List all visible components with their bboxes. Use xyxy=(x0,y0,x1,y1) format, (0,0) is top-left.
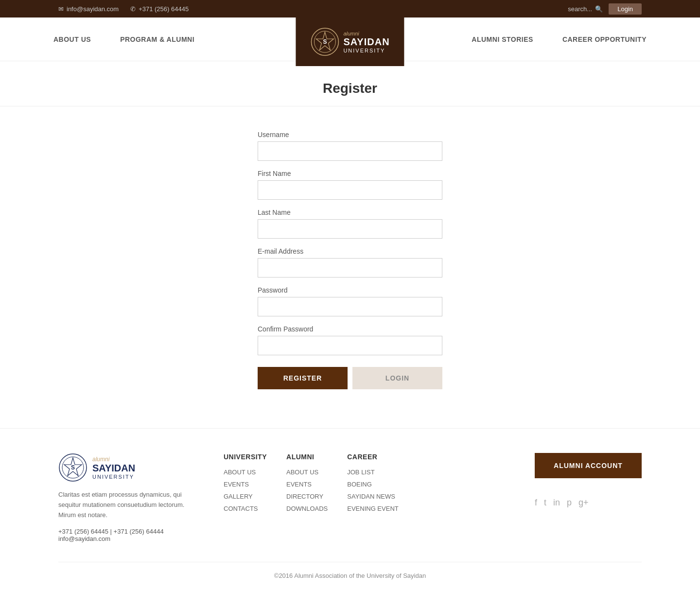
footer-phone: +371 (256) 64445 | +371 (256) 64444 info… xyxy=(58,528,194,542)
footer-logo-icon: S xyxy=(58,453,88,482)
nav-bar: ABOUT US PROGRAM & ALUMNI S alumni SAYID… xyxy=(0,17,700,61)
footer-alumni-downloads[interactable]: DOWNLOADS xyxy=(286,505,328,512)
first-name-input[interactable] xyxy=(258,180,442,200)
footer-career-boeing[interactable]: BOEING xyxy=(347,481,398,488)
footer-description: Claritas est etiam processus dynamicus, … xyxy=(58,490,194,520)
footer-university-text: UNIVERSITY xyxy=(92,474,135,480)
footer-name-text: SAYIDAN xyxy=(92,463,135,474)
footer-career-sayidan-news[interactable]: SAYIDAN NEWS xyxy=(347,493,398,500)
footer-bottom: ©2016 Alumni Association of the Universi… xyxy=(58,562,642,579)
logo-badge-icon: S xyxy=(310,27,339,56)
footer-logo: S alumni SAYIDAN UNIVERSITY xyxy=(58,453,194,482)
confirm-password-group: Confirm Password xyxy=(258,325,442,355)
logo-university-text: UNIVERSITY xyxy=(343,48,385,53)
search-icon[interactable]: 🔍 xyxy=(595,5,603,13)
footer-email-text: info@sayidan.com xyxy=(58,535,110,542)
last-name-label: Last Name xyxy=(258,208,442,216)
footer-alumni-heading: ALUMNI xyxy=(286,453,328,461)
mail-icon: ✉ xyxy=(58,5,64,13)
email-text: info@sayidan.com xyxy=(67,5,119,13)
footer-logo-section: S alumni SAYIDAN UNIVERSITY Claritas est… xyxy=(58,453,194,542)
footer-alumni-events[interactable]: EVENTS xyxy=(286,481,328,488)
username-label: Username xyxy=(258,131,442,139)
confirm-password-label: Confirm Password xyxy=(258,325,442,333)
twitter-icon[interactable]: t xyxy=(544,498,546,508)
linkedin-icon[interactable]: in xyxy=(553,498,560,508)
email-input[interactable] xyxy=(258,258,442,278)
footer-alumni-directory[interactable]: DIRECTORY xyxy=(286,493,328,500)
svg-text:S: S xyxy=(71,464,75,471)
register-form: Username First Name Last Name E-mail Add… xyxy=(258,121,442,399)
footer-links: UNIVERSITY ABOUT US EVENTS GALLERY CONTA… xyxy=(224,453,506,542)
username-input[interactable] xyxy=(258,141,442,161)
top-bar: ✉ info@sayidan.com ✆ +371 (256) 64445 se… xyxy=(0,0,700,17)
pinterest-icon[interactable]: p xyxy=(567,498,572,508)
footer-alumni-col: ALUMNI ABOUT US EVENTS DIRECTORY DOWNLOA… xyxy=(286,453,328,542)
nav-about-us[interactable]: ABOUT US xyxy=(39,35,105,43)
password-group: Password xyxy=(258,286,442,316)
svg-text:S: S xyxy=(323,38,327,45)
footer-alumni-text: alumni xyxy=(92,456,135,463)
footer-career-col: CAREER JOB LIST BOEING SAYIDAN NEWS EVEN… xyxy=(347,453,398,542)
phone-contact: ✆ +371 (256) 64445 xyxy=(130,5,189,13)
last-name-group: Last Name xyxy=(258,208,442,239)
first-name-label: First Name xyxy=(258,170,442,177)
footer-university-gallery[interactable]: GALLERY xyxy=(224,493,267,500)
nav-program-alumni[interactable]: PROGRAM & ALUMNI xyxy=(105,35,209,43)
login-redirect-button[interactable]: LOGIN xyxy=(352,367,442,389)
page-title: Register xyxy=(0,81,700,106)
social-icons: f t in p g+ xyxy=(535,498,589,508)
copyright-text: ©2016 Alumni Association of the Universi… xyxy=(274,572,426,579)
email-group: E-mail Address xyxy=(258,247,442,278)
footer-phone-text: +371 (256) 64445 | +371 (256) 64444 xyxy=(58,528,164,535)
main-content: Register Username First Name Last Name E… xyxy=(0,61,700,428)
last-name-input[interactable] xyxy=(258,219,442,239)
nav-alumni-stories[interactable]: ALUMNI STORIES xyxy=(457,35,548,43)
footer-university-about[interactable]: ABOUT US xyxy=(224,469,267,476)
username-group: Username xyxy=(258,131,442,161)
password-label: Password xyxy=(258,286,442,294)
footer-alumni-about[interactable]: ABOUT US xyxy=(286,469,328,476)
footer-university-col: UNIVERSITY ABOUT US EVENTS GALLERY CONTA… xyxy=(224,453,267,542)
alumni-account-button[interactable]: ALUMNI ACCOUNT xyxy=(535,453,642,478)
footer-right: ALUMNI ACCOUNT f t in p g+ xyxy=(535,453,642,542)
confirm-password-input[interactable] xyxy=(258,336,442,355)
footer-logo-text: alumni SAYIDAN UNIVERSITY xyxy=(92,456,135,480)
footer-career-job-list[interactable]: JOB LIST xyxy=(347,469,398,476)
footer-career-evening-event[interactable]: EVENING EVENT xyxy=(347,505,398,512)
search-area[interactable]: search... 🔍 xyxy=(568,5,603,13)
email-label: E-mail Address xyxy=(258,247,442,255)
logo-alumni-text: alumni xyxy=(343,31,359,36)
register-button[interactable]: REGISTER xyxy=(258,367,348,389)
login-button[interactable]: Login xyxy=(609,3,642,15)
phone-text: +371 (256) 64445 xyxy=(139,5,189,13)
search-placeholder: search... xyxy=(568,5,592,13)
footer-career-heading: CAREER xyxy=(347,453,398,461)
nav-career-opportunity[interactable]: CAREER OPPORTUNITY xyxy=(548,35,661,43)
footer-university-events[interactable]: EVENTS xyxy=(224,481,267,488)
nav-logo[interactable]: S alumni SAYIDAN UNIVERSITY xyxy=(296,17,404,66)
footer-university-heading: UNIVERSITY xyxy=(224,453,267,461)
phone-icon: ✆ xyxy=(130,5,136,13)
facebook-icon[interactable]: f xyxy=(535,498,537,508)
logo-name-text: SAYIDAN xyxy=(343,36,389,48)
email-contact: ✉ info@sayidan.com xyxy=(58,5,119,13)
first-name-group: First Name xyxy=(258,170,442,200)
footer: S alumni SAYIDAN UNIVERSITY Claritas est… xyxy=(0,428,700,590)
footer-university-contacts[interactable]: CONTACTS xyxy=(224,505,267,512)
googleplus-icon[interactable]: g+ xyxy=(578,498,589,508)
password-input[interactable] xyxy=(258,297,442,316)
form-buttons: REGISTER LOGIN xyxy=(258,367,442,389)
